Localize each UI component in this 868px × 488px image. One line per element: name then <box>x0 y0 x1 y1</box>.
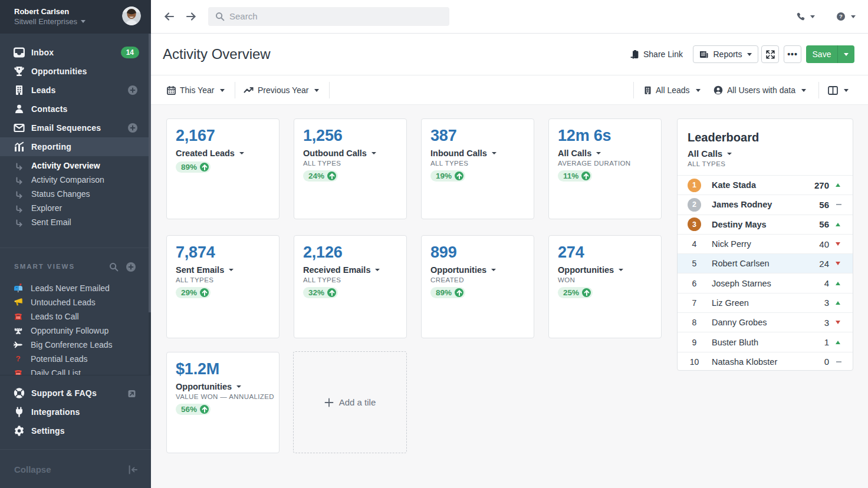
svg-text:?: ? <box>839 13 843 19</box>
svg-text:?: ? <box>15 354 20 363</box>
